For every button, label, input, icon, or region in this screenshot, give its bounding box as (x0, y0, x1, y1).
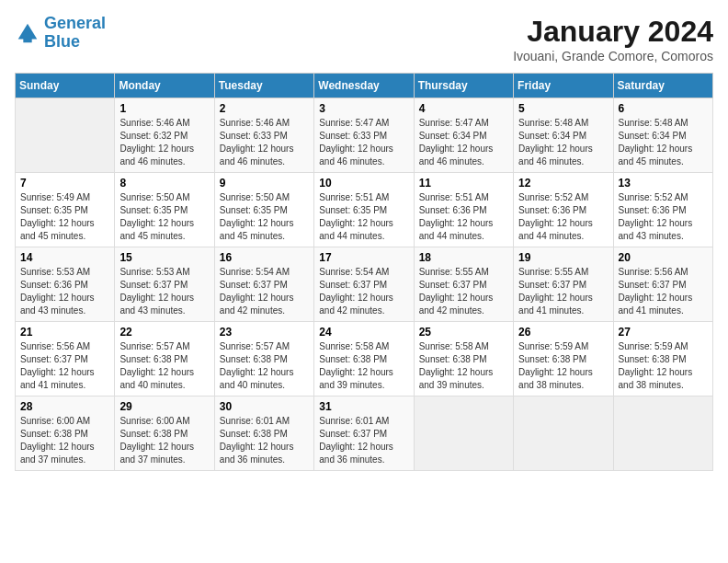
day-info: Sunrise: 5:59 AM Sunset: 6:38 PM Dayligh… (619, 340, 708, 392)
table-row (414, 396, 513, 471)
day-info: Sunrise: 5:54 AM Sunset: 6:37 PM Dayligh… (220, 266, 309, 317)
day-number: 22 (119, 326, 209, 339)
table-row: 31Sunrise: 6:01 AM Sunset: 6:37 PM Dayli… (314, 396, 414, 471)
day-number: 31 (319, 400, 408, 413)
col-sunday: Sunday (16, 74, 115, 98)
day-info: Sunrise: 6:00 AM Sunset: 6:38 PM Dayligh… (20, 415, 109, 466)
day-info: Sunrise: 5:56 AM Sunset: 6:37 PM Dayligh… (20, 340, 109, 392)
day-info: Sunrise: 5:47 AM Sunset: 6:34 PM Dayligh… (419, 117, 508, 168)
day-number: 28 (20, 400, 109, 413)
table-row: 17Sunrise: 5:54 AM Sunset: 6:37 PM Dayli… (314, 247, 414, 322)
day-number: 13 (619, 177, 708, 190)
day-number: 25 (419, 326, 508, 339)
calendar-week-4: 21Sunrise: 5:56 AM Sunset: 6:37 PM Dayli… (16, 322, 713, 396)
table-row: 12Sunrise: 5:52 AM Sunset: 6:36 PM Dayli… (514, 173, 613, 247)
table-row: 29Sunrise: 6:00 AM Sunset: 6:38 PM Dayli… (115, 396, 214, 471)
table-row (514, 396, 613, 471)
day-info: Sunrise: 5:54 AM Sunset: 6:37 PM Dayligh… (319, 266, 408, 317)
calendar-header-row: Sunday Monday Tuesday Wednesday Thursday… (16, 74, 713, 98)
location-subtitle: Ivouani, Grande Comore, Comoros (513, 49, 713, 63)
day-number: 9 (220, 177, 309, 190)
col-friday: Friday (514, 74, 613, 98)
logo-icon (15, 20, 40, 46)
day-number: 5 (518, 102, 608, 115)
col-saturday: Saturday (613, 74, 712, 98)
day-info: Sunrise: 5:57 AM Sunset: 6:38 PM Dayligh… (220, 340, 309, 392)
day-info: Sunrise: 5:47 AM Sunset: 6:33 PM Dayligh… (319, 117, 408, 168)
day-number: 7 (20, 177, 109, 190)
day-number: 20 (619, 251, 708, 264)
day-number: 29 (119, 400, 209, 413)
table-row: 5Sunrise: 5:48 AM Sunset: 6:34 PM Daylig… (514, 98, 613, 173)
day-number: 27 (619, 326, 708, 339)
day-info: Sunrise: 6:01 AM Sunset: 6:37 PM Dayligh… (319, 415, 408, 466)
calendar-table: Sunday Monday Tuesday Wednesday Thursday… (15, 73, 713, 471)
table-row: 22Sunrise: 5:57 AM Sunset: 6:38 PM Dayli… (115, 322, 214, 396)
calendar-week-2: 7Sunrise: 5:49 AM Sunset: 6:35 PM Daylig… (16, 173, 713, 247)
day-number: 18 (419, 251, 508, 264)
table-row: 4Sunrise: 5:47 AM Sunset: 6:34 PM Daylig… (414, 98, 513, 173)
table-row: 6Sunrise: 5:48 AM Sunset: 6:34 PM Daylig… (613, 98, 712, 173)
day-info: Sunrise: 5:52 AM Sunset: 6:36 PM Dayligh… (619, 191, 708, 243)
day-number: 21 (20, 326, 109, 339)
table-row: 8Sunrise: 5:50 AM Sunset: 6:35 PM Daylig… (115, 173, 214, 247)
table-row: 25Sunrise: 5:58 AM Sunset: 6:38 PM Dayli… (414, 322, 513, 396)
table-row: 23Sunrise: 5:57 AM Sunset: 6:38 PM Dayli… (214, 322, 313, 396)
day-info: Sunrise: 5:58 AM Sunset: 6:38 PM Dayligh… (419, 340, 508, 392)
day-number: 30 (220, 400, 309, 413)
day-number: 6 (619, 102, 708, 115)
day-info: Sunrise: 5:51 AM Sunset: 6:36 PM Dayligh… (419, 191, 508, 243)
col-tuesday: Tuesday (214, 74, 313, 98)
day-info: Sunrise: 6:00 AM Sunset: 6:38 PM Dayligh… (119, 415, 209, 466)
table-row: 10Sunrise: 5:51 AM Sunset: 6:35 PM Dayli… (314, 173, 414, 247)
table-row: 28Sunrise: 6:00 AM Sunset: 6:38 PM Dayli… (16, 396, 115, 471)
day-info: Sunrise: 5:46 AM Sunset: 6:32 PM Dayligh… (119, 117, 209, 168)
day-info: Sunrise: 5:56 AM Sunset: 6:37 PM Dayligh… (619, 266, 708, 317)
day-info: Sunrise: 5:48 AM Sunset: 6:34 PM Dayligh… (518, 117, 608, 168)
day-info: Sunrise: 5:53 AM Sunset: 6:37 PM Dayligh… (119, 266, 209, 317)
day-info: Sunrise: 5:52 AM Sunset: 6:36 PM Dayligh… (518, 191, 608, 243)
day-info: Sunrise: 5:57 AM Sunset: 6:38 PM Dayligh… (119, 340, 209, 392)
calendar-week-5: 28Sunrise: 6:00 AM Sunset: 6:38 PM Dayli… (16, 396, 713, 471)
table-row: 30Sunrise: 6:01 AM Sunset: 6:38 PM Dayli… (214, 396, 313, 471)
day-number: 24 (319, 326, 408, 339)
page-header: GeneralBlue January 2024 Ivouani, Grande… (15, 15, 713, 63)
table-row: 1Sunrise: 5:46 AM Sunset: 6:32 PM Daylig… (115, 98, 214, 173)
day-info: Sunrise: 5:49 AM Sunset: 6:35 PM Dayligh… (20, 191, 109, 243)
col-monday: Monday (115, 74, 214, 98)
day-number: 12 (518, 177, 608, 190)
day-info: Sunrise: 6:01 AM Sunset: 6:38 PM Dayligh… (220, 415, 309, 466)
table-row (16, 98, 115, 173)
table-row: 9Sunrise: 5:50 AM Sunset: 6:35 PM Daylig… (214, 173, 313, 247)
day-number: 23 (220, 326, 309, 339)
day-info: Sunrise: 5:55 AM Sunset: 6:37 PM Dayligh… (419, 266, 508, 317)
day-number: 2 (220, 102, 309, 115)
day-info: Sunrise: 5:59 AM Sunset: 6:38 PM Dayligh… (518, 340, 608, 392)
day-number: 4 (419, 102, 508, 115)
table-row: 16Sunrise: 5:54 AM Sunset: 6:37 PM Dayli… (214, 247, 313, 322)
table-row: 19Sunrise: 5:55 AM Sunset: 6:37 PM Dayli… (514, 247, 613, 322)
day-number: 19 (518, 251, 608, 264)
day-number: 14 (20, 251, 109, 264)
day-info: Sunrise: 5:48 AM Sunset: 6:34 PM Dayligh… (619, 117, 708, 168)
day-number: 26 (518, 326, 608, 339)
day-info: Sunrise: 5:46 AM Sunset: 6:33 PM Dayligh… (220, 117, 309, 168)
day-info: Sunrise: 5:50 AM Sunset: 6:35 PM Dayligh… (220, 191, 309, 243)
calendar-week-1: 1Sunrise: 5:46 AM Sunset: 6:32 PM Daylig… (16, 98, 713, 173)
day-number: 8 (119, 177, 209, 190)
table-row: 24Sunrise: 5:58 AM Sunset: 6:38 PM Dayli… (314, 322, 414, 396)
table-row: 3Sunrise: 5:47 AM Sunset: 6:33 PM Daylig… (314, 98, 414, 173)
day-number: 17 (319, 251, 408, 264)
col-thursday: Thursday (414, 74, 513, 98)
table-row: 14Sunrise: 5:53 AM Sunset: 6:36 PM Dayli… (16, 247, 115, 322)
day-info: Sunrise: 5:50 AM Sunset: 6:35 PM Dayligh… (119, 191, 209, 243)
month-title: January 2024 (513, 15, 713, 49)
table-row: 26Sunrise: 5:59 AM Sunset: 6:38 PM Dayli… (514, 322, 613, 396)
table-row: 13Sunrise: 5:52 AM Sunset: 6:36 PM Dayli… (613, 173, 712, 247)
calendar-week-3: 14Sunrise: 5:53 AM Sunset: 6:36 PM Dayli… (16, 247, 713, 322)
day-info: Sunrise: 5:51 AM Sunset: 6:35 PM Dayligh… (319, 191, 408, 243)
day-number: 15 (119, 251, 209, 264)
table-row: 2Sunrise: 5:46 AM Sunset: 6:33 PM Daylig… (214, 98, 313, 173)
table-row: 7Sunrise: 5:49 AM Sunset: 6:35 PM Daylig… (16, 173, 115, 247)
table-row: 20Sunrise: 5:56 AM Sunset: 6:37 PM Dayli… (613, 247, 712, 322)
